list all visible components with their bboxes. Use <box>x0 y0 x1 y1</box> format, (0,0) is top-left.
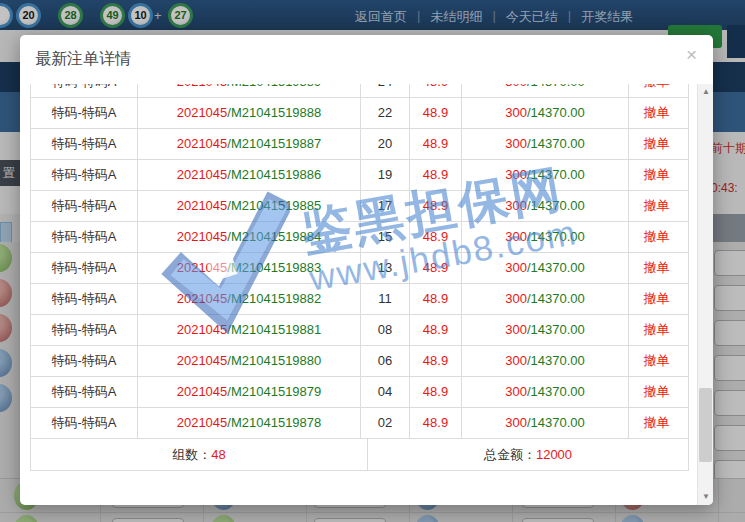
modal-title: 最新注单详情 <box>35 49 131 70</box>
amount: 300/14370.00 <box>462 129 629 159</box>
amount: 300/14370.00 <box>462 191 629 221</box>
order-number: 2021045/M21041519881 <box>138 315 361 345</box>
bet-details-modal: 最新注单详情 × 特码-特码A 2021045/M21041519889 24 … <box>20 35 713 505</box>
cancel-order-button[interactable]: 撤单 <box>629 284 684 314</box>
odds: 48.9 <box>410 377 462 407</box>
close-icon[interactable]: × <box>686 45 697 64</box>
bet-table: 特码-特码A 2021045/M21041519889 24 48.9 300/… <box>30 84 689 471</box>
table-row: 特码-特码A 2021045/M21041519879 04 48.9 300/… <box>31 377 688 408</box>
bet-number: 19 <box>361 160 410 190</box>
amount: 300/14370.00 <box>462 253 629 283</box>
order-number: 2021045/M21041519879 <box>138 377 361 407</box>
table-scroll-area: 特码-特码A 2021045/M21041519889 24 48.9 300/… <box>20 84 697 505</box>
order-number: 2021045/M21041519883 <box>138 253 361 283</box>
bet-type: 特码-特码A <box>31 408 138 438</box>
cancel-order-button[interactable]: 撤单 <box>629 84 684 97</box>
table-row: 特码-特码A 2021045/M21041519885 17 48.9 300/… <box>31 191 688 222</box>
scrollbar-thumb[interactable] <box>699 388 712 462</box>
odds: 48.9 <box>410 129 462 159</box>
cancel-order-button[interactable]: 撤单 <box>629 222 684 252</box>
cancel-order-button[interactable]: 撤单 <box>629 160 684 190</box>
bet-type: 特码-特码A <box>31 284 138 314</box>
bet-type: 特码-特码A <box>31 222 138 252</box>
amount: 300/14370.00 <box>462 222 629 252</box>
bet-type: 特码-特码A <box>31 346 138 376</box>
bet-number: 06 <box>361 346 410 376</box>
order-number: 2021045/M21041519884 <box>138 222 361 252</box>
cancel-order-button[interactable]: 撤单 <box>629 253 684 283</box>
amount: 300/14370.00 <box>462 160 629 190</box>
bet-number: 13 <box>361 253 410 283</box>
table-footer: 组数：48 总金额：12000 <box>31 439 688 471</box>
bet-number: 02 <box>361 408 410 438</box>
order-number: 2021045/M21041519889 <box>138 84 361 97</box>
amount: 300/14370.00 <box>462 315 629 345</box>
order-number: 2021045/M21041519882 <box>138 284 361 314</box>
bet-type: 特码-特码A <box>31 191 138 221</box>
bet-type: 特码-特码A <box>31 315 138 345</box>
odds: 48.9 <box>410 315 462 345</box>
bet-number: 24 <box>361 84 410 97</box>
bet-number: 08 <box>361 315 410 345</box>
group-count: 组数：48 <box>31 439 368 470</box>
bet-type: 特码-特码A <box>31 98 138 128</box>
cancel-order-button[interactable]: 撤单 <box>629 346 684 376</box>
odds: 48.9 <box>410 253 462 283</box>
order-number: 2021045/M21041519878 <box>138 408 361 438</box>
table-row: 特码-特码A 2021045/M21041519880 06 48.9 300/… <box>31 346 688 377</box>
table-row: 特码-特码A 2021045/M21041519887 20 48.9 300/… <box>31 129 688 160</box>
bet-type: 特码-特码A <box>31 253 138 283</box>
table-row: 特码-特码A 2021045/M21041519881 08 48.9 300/… <box>31 315 688 346</box>
table-row: 特码-特码A 2021045/M21041519882 11 48.9 300/… <box>31 284 688 315</box>
odds: 48.9 <box>410 284 462 314</box>
cancel-order-button[interactable]: 撤单 <box>629 315 684 345</box>
cancel-order-button[interactable]: 撤单 <box>629 129 684 159</box>
odds: 48.9 <box>410 408 462 438</box>
cancel-order-button[interactable]: 撤单 <box>629 191 684 221</box>
order-number: 2021045/M21041519888 <box>138 98 361 128</box>
amount: 300/14370.00 <box>462 377 629 407</box>
odds: 48.9 <box>410 346 462 376</box>
bet-type: 特码-特码A <box>31 129 138 159</box>
bet-type: 特码-特码A <box>31 84 138 97</box>
scrollbar[interactable]: ▲ ▼ <box>697 84 713 505</box>
table-row: 特码-特码A 2021045/M21041519883 13 48.9 300/… <box>31 253 688 284</box>
odds: 48.9 <box>410 84 462 97</box>
page: 20 28 49 10 + 27 返回首页 | 未结明细 | 今天已结 | 开奖… <box>0 0 745 522</box>
bet-type: 特码-特码A <box>31 377 138 407</box>
odds: 48.9 <box>410 98 462 128</box>
scroll-down-icon[interactable]: ▼ <box>698 489 713 505</box>
order-number: 2021045/M21041519880 <box>138 346 361 376</box>
bet-number: 20 <box>361 129 410 159</box>
cancel-order-button[interactable]: 撤单 <box>629 98 684 128</box>
order-number: 2021045/M21041519885 <box>138 191 361 221</box>
table-row: 特码-特码A 2021045/M21041519884 15 48.9 300/… <box>31 222 688 253</box>
table-row: 特码-特码A 2021045/M21041519886 19 48.9 300/… <box>31 160 688 191</box>
table-row: 特码-特码A 2021045/M21041519878 02 48.9 300/… <box>31 408 688 439</box>
bet-number: 22 <box>361 98 410 128</box>
bet-number: 17 <box>361 191 410 221</box>
amount: 300/14370.00 <box>462 98 629 128</box>
table-row: 特码-特码A 2021045/M21041519889 24 48.9 300/… <box>31 84 688 98</box>
total-amount: 总金额：12000 <box>368 439 688 470</box>
order-number: 2021045/M21041519886 <box>138 160 361 190</box>
bet-number: 04 <box>361 377 410 407</box>
odds: 48.9 <box>410 222 462 252</box>
odds: 48.9 <box>410 160 462 190</box>
scroll-up-icon[interactable]: ▲ <box>698 84 713 100</box>
table-row: 特码-特码A 2021045/M21041519888 22 48.9 300/… <box>31 98 688 129</box>
bet-type: 特码-特码A <box>31 160 138 190</box>
order-number: 2021045/M21041519887 <box>138 129 361 159</box>
odds: 48.9 <box>410 191 462 221</box>
bet-number: 15 <box>361 222 410 252</box>
amount: 300/14370.00 <box>462 284 629 314</box>
cancel-order-button[interactable]: 撤单 <box>629 377 684 407</box>
amount: 300/14370.00 <box>462 84 629 97</box>
cancel-order-button[interactable]: 撤单 <box>629 408 684 438</box>
amount: 300/14370.00 <box>462 346 629 376</box>
amount: 300/14370.00 <box>462 408 629 438</box>
bet-number: 11 <box>361 284 410 314</box>
